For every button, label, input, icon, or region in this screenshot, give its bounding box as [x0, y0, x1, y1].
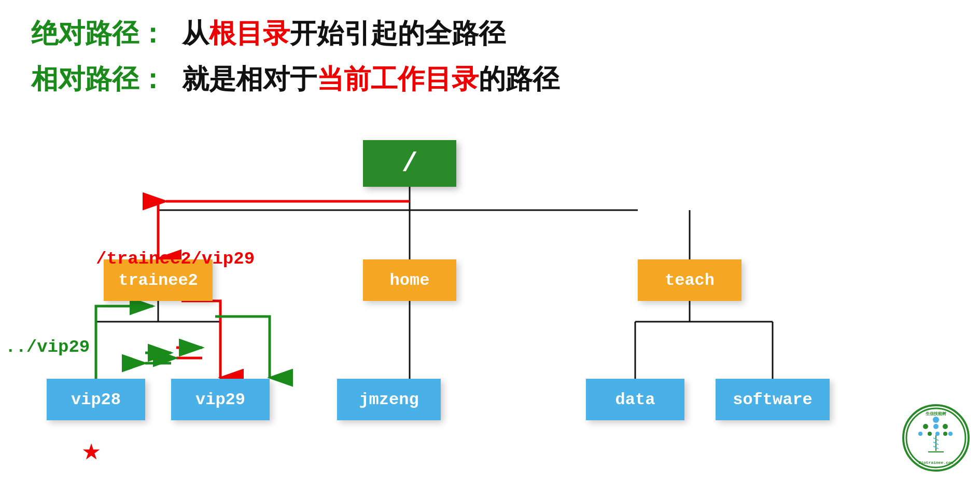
node-teach: teach	[638, 259, 741, 301]
svg-point-23	[923, 424, 928, 429]
title-relative-prefix: 相对路径：	[31, 66, 166, 97]
tree-diagram: / trainee2 home teach vip28 vip29 jmzeng…	[0, 114, 980, 467]
label-relative-path: ../vip29	[5, 337, 90, 357]
logo-svg: Biotrainee.com 生信技能树	[905, 407, 967, 469]
title-section: 绝对路径： 从根目录开始引起的全路径 相对路径： 就是相对于当前工作目录的路径	[31, 16, 559, 107]
star-marker: ★	[82, 431, 101, 469]
svg-point-28	[935, 432, 940, 436]
svg-point-22	[933, 417, 939, 423]
title-absolute-suffix: 开始引起的全路径	[290, 20, 506, 51]
title-relative-highlight: 当前工作目录	[317, 66, 479, 97]
node-vip29: vip29	[171, 379, 270, 420]
svg-point-27	[928, 432, 932, 436]
node-root: /	[363, 140, 456, 187]
title-relative-middle: 就是相对于	[182, 66, 317, 97]
svg-point-26	[918, 432, 922, 436]
node-software: software	[716, 379, 830, 420]
svg-point-25	[943, 424, 948, 429]
logo: Biotrainee.com 生信技能树	[902, 404, 970, 472]
title-absolute: 绝对路径： 从根目录开始引起的全路径	[31, 16, 559, 52]
svg-text:Biotrainee.com: Biotrainee.com	[918, 460, 953, 465]
svg-point-30	[948, 432, 953, 436]
title-absolute-middle: 从	[182, 20, 209, 51]
label-absolute-path: /trainee2/vip29	[96, 249, 255, 269]
node-vip28: vip28	[47, 379, 145, 420]
svg-point-29	[943, 432, 947, 436]
node-home: home	[363, 259, 456, 301]
node-jmzeng: jmzeng	[337, 379, 441, 420]
node-data: data	[586, 379, 684, 420]
title-relative: 相对路径： 就是相对于当前工作目录的路径	[31, 61, 559, 98]
svg-point-24	[933, 424, 939, 429]
title-absolute-prefix: 绝对路径：	[31, 20, 166, 51]
svg-text:生信技能树: 生信技能树	[925, 411, 947, 416]
title-absolute-highlight: 根目录	[209, 20, 290, 51]
title-relative-suffix: 的路径	[479, 66, 559, 97]
